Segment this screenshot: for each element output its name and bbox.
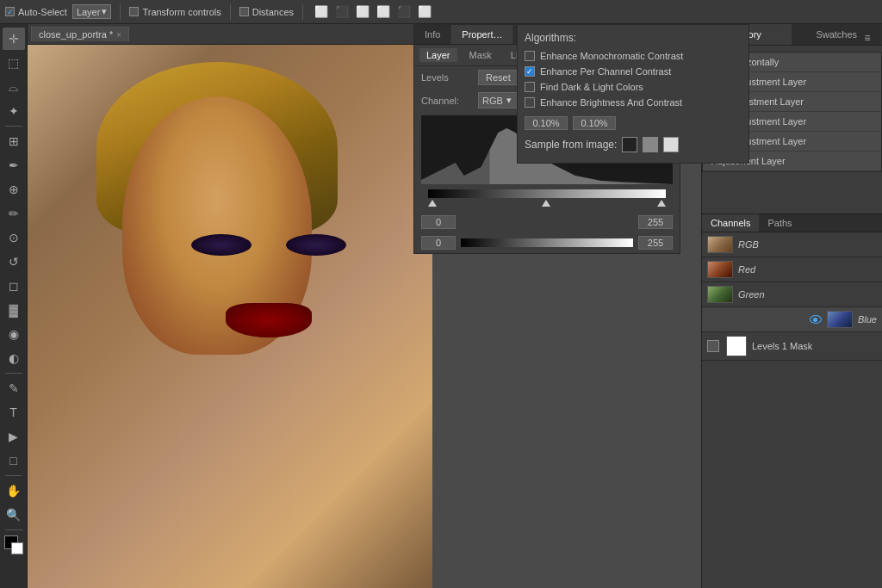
color-swatches[interactable] <box>3 534 25 556</box>
algo-item-2: Find Dark & Light Colors <box>525 82 742 92</box>
blur-tool[interactable]: ◉ <box>3 323 25 345</box>
reset-button[interactable]: Reset <box>478 70 519 85</box>
algo-inputs-row <box>525 113 742 133</box>
mask-visibility-icon[interactable] <box>707 340 719 352</box>
midtone-handle[interactable] <box>542 200 550 207</box>
gradient-tool[interactable]: ▓ <box>3 299 25 321</box>
align-center-h-icon[interactable]: ⬛ <box>332 3 351 22</box>
sample-dark-swatch[interactable] <box>622 137 637 152</box>
clip-highlights-input[interactable] <box>573 116 616 130</box>
distribute-icon[interactable]: ⬛ <box>394 3 413 22</box>
tab-properties[interactable]: Propert… <box>451 25 513 44</box>
channel-blue[interactable]: Blue <box>702 307 882 332</box>
algorithms-title: Algorithms: <box>525 32 742 44</box>
panel-options-icon[interactable]: ≡ <box>858 28 877 47</box>
hand-tool[interactable]: ✋ <box>3 480 25 502</box>
crop-tool[interactable]: ⊞ <box>3 130 25 152</box>
channel-thumb-red <box>707 261 733 278</box>
algo-item-0: Enhance Monochromatic Contrast <box>525 51 742 61</box>
shadow-input[interactable] <box>421 215 456 229</box>
channels-section: Channels Paths RGB Red Green Blue Levels… <box>702 214 882 361</box>
channel-label: Channel: <box>421 96 473 106</box>
channel-thumb-blue <box>827 311 853 328</box>
algo-check-1[interactable] <box>525 66 535 77</box>
face-eye-left <box>191 234 252 256</box>
zoom-tool[interactable]: 🔍 <box>3 504 25 526</box>
input-values-row <box>414 212 680 232</box>
autoselect-checkbox[interactable] <box>5 7 15 16</box>
distances-group: Distances <box>239 7 294 17</box>
tab-channels[interactable]: Channels <box>702 214 759 232</box>
distances-label: Distances <box>252 7 294 17</box>
path-select-tool[interactable]: ▶ <box>3 425 25 448</box>
magic-wand-tool[interactable]: ✦ <box>3 100 25 122</box>
tool-separator-1 <box>5 126 22 127</box>
input-handles <box>428 198 666 210</box>
algo-label-1: Enhance Per Channel Contrast <box>540 66 671 77</box>
mask-thumbnail <box>726 336 747 356</box>
type-tool[interactable]: T <box>3 401 25 424</box>
transform-group: Transform controls <box>129 7 220 17</box>
toolbar-separator <box>120 4 121 20</box>
shadow-handle[interactable] <box>428 200 437 207</box>
history-brush-tool[interactable]: ↺ <box>3 251 25 273</box>
shape-tool[interactable]: □ <box>3 449 25 472</box>
face-skin <box>122 96 312 355</box>
highlight-input[interactable] <box>638 215 673 229</box>
sample-section: Sample from image: <box>525 133 742 156</box>
healing-brush-tool[interactable]: ⊕ <box>3 178 25 201</box>
algo-check-2[interactable] <box>525 82 535 92</box>
distances-checkbox[interactable] <box>239 7 249 16</box>
tab-info[interactable]: Info <box>414 25 451 44</box>
channel-label-green: Green <box>738 289 765 300</box>
sample-label: Sample from image: <box>525 139 617 151</box>
highlight-handle[interactable] <box>657 200 666 207</box>
clip-shadows-input[interactable] <box>525 116 568 130</box>
face-lips <box>226 303 312 337</box>
brush-tool[interactable]: ✏ <box>3 202 25 225</box>
channel-label-red: Red <box>738 264 755 275</box>
autoselect-group: Auto-Select <box>5 7 67 17</box>
tab-close-btn[interactable]: × <box>116 30 121 40</box>
align-top-icon[interactable]: ⬜ <box>374 3 393 22</box>
subtab-layer[interactable]: Layer <box>419 48 457 62</box>
transform-checkbox[interactable] <box>129 7 139 16</box>
select-tool[interactable]: ⬚ <box>3 52 25 74</box>
output-max-input[interactable] <box>638 236 673 250</box>
algo-label-2: Find Dark & Light Colors <box>540 82 643 92</box>
pen-tool[interactable]: ✎ <box>3 377 25 399</box>
eyedropper-tool[interactable]: ✒ <box>3 154 25 176</box>
sample-light-swatch[interactable] <box>663 137 679 152</box>
portrait-face <box>71 62 363 561</box>
sample-mid-swatch[interactable] <box>643 137 658 152</box>
algo-label-0: Enhance Monochromatic Contrast <box>540 51 683 61</box>
algo-check-0[interactable] <box>525 51 535 61</box>
lasso-tool[interactable]: ⌓ <box>3 76 25 98</box>
channel-red[interactable]: Red <box>702 257 882 282</box>
top-toolbar: Auto-Select Layer ▾ Transform controls D… <box>0 0 882 24</box>
face-eye-right <box>286 234 346 256</box>
dodge-tool[interactable]: ◐ <box>3 347 25 369</box>
algo-check-3[interactable] <box>525 97 535 108</box>
tab-paths[interactable]: Paths <box>759 214 800 232</box>
output-section <box>414 232 680 253</box>
channel-thumb-rgb <box>707 236 733 253</box>
algo-item-1: Enhance Per Channel Contrast <box>525 66 742 77</box>
document-tab[interactable]: close_up_portra * × <box>31 27 129 41</box>
channel-rgb[interactable]: RGB <box>702 232 882 257</box>
align-left-icon[interactable]: ⬜ <box>312 3 331 22</box>
autoselect-label: Auto-Select <box>18 7 67 17</box>
clone-stamp-tool[interactable]: ⊙ <box>3 226 25 249</box>
distribute-h-icon[interactable]: ⬜ <box>415 3 434 22</box>
channel-green[interactable]: Green <box>702 282 882 307</box>
move-tool[interactable]: ✛ <box>3 28 25 50</box>
eraser-tool[interactable]: ◻ <box>3 275 25 297</box>
output-min-input[interactable] <box>421 236 456 250</box>
layer-dropdown[interactable]: Layer ▾ <box>72 4 112 19</box>
background-color[interactable] <box>11 542 23 554</box>
align-right-icon[interactable]: ⬜ <box>353 3 372 22</box>
tool-separator-2 <box>5 373 22 374</box>
subtab-mask[interactable]: Mask <box>463 48 499 62</box>
channel-visibility-blue[interactable] <box>810 315 822 324</box>
levels-label: Levels <box>421 72 473 83</box>
